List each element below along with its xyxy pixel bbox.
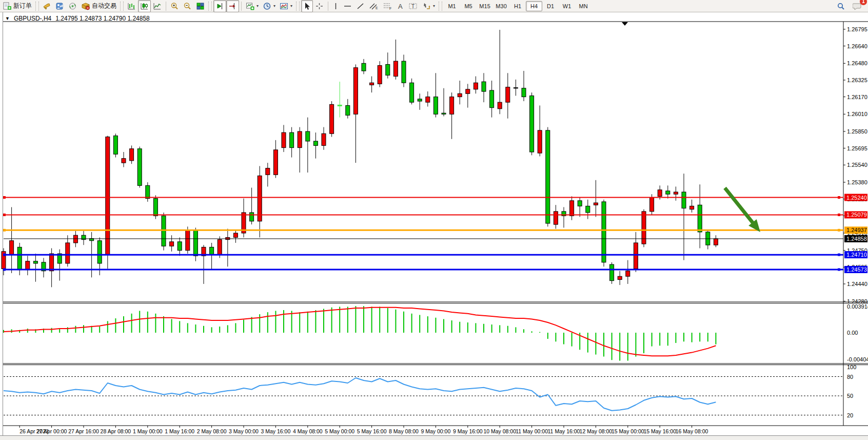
candle-body <box>458 93 462 97</box>
line-handle[interactable] <box>838 196 840 199</box>
horn-button[interactable] <box>41 0 53 12</box>
time-tick-label[interactable]: 27 Apr 00:00 <box>36 428 67 434</box>
candle-body <box>433 97 438 114</box>
toolbar-grip <box>208 2 212 11</box>
line-handle[interactable] <box>3 254 6 256</box>
new-chart-button[interactable]: ▾ <box>244 0 261 12</box>
time-tick-label[interactable]: 15 May 16:00 <box>643 428 676 434</box>
timeframe-M5[interactable]: M5 <box>460 1 477 11</box>
zoom-in-button[interactable] <box>168 0 181 12</box>
equidistant-channel-button[interactable]: E <box>367 0 381 12</box>
signals-button[interactable] <box>66 0 79 12</box>
chart-shift-button[interactable] <box>226 0 239 12</box>
autotrading-button[interactable]: 自动交易 <box>79 0 119 12</box>
search-button[interactable] <box>835 0 847 12</box>
timeframe-D1[interactable]: D1 <box>542 1 559 11</box>
line-handle[interactable] <box>3 196 6 199</box>
line-handle[interactable] <box>838 214 840 216</box>
candle-body <box>586 206 590 213</box>
status-strip <box>0 436 868 440</box>
auto-scroll-button[interactable] <box>213 0 226 12</box>
line-chart-button[interactable] <box>151 0 164 12</box>
trendline-button[interactable] <box>354 0 367 12</box>
new-order-button[interactable]: 新订单 <box>1 0 34 12</box>
time-tick-label[interactable]: 9 May 00:00 <box>421 428 451 434</box>
timeframe-H4[interactable]: H4 <box>526 1 542 11</box>
svg-text:E: E <box>376 6 378 10</box>
time-tick-label[interactable]: 1 May 16:00 <box>165 428 194 434</box>
vertical-line-button[interactable] <box>330 0 341 12</box>
time-tick-label[interactable]: 1 May 00:00 <box>133 428 163 434</box>
candle-body <box>313 141 318 145</box>
time-tick-label[interactable]: 16 May 08:00 <box>676 428 708 434</box>
timeframe-M15[interactable]: M15 <box>477 1 493 11</box>
arrows-button[interactable]: ▾ <box>420 0 437 12</box>
fibonacci-button[interactable]: F <box>381 0 394 12</box>
timeframe-W1[interactable]: W1 <box>559 1 575 11</box>
time-tick-label[interactable]: 3 May 00:00 <box>229 428 259 434</box>
timeframe-M1[interactable]: M1 <box>444 1 460 11</box>
bar-chart-button[interactable] <box>125 0 138 12</box>
time-tick-label[interactable]: 4 May 08:00 <box>293 428 323 434</box>
candle-body <box>322 133 326 145</box>
svg-text:F: F <box>389 7 391 10</box>
candle-body <box>282 132 286 147</box>
chevron-down-icon: ▾ <box>433 4 435 8</box>
price-label-text: 1.25079 <box>846 212 867 218</box>
candle-body <box>554 212 558 224</box>
line-handle[interactable] <box>838 268 840 271</box>
template-button[interactable]: ▾ <box>278 0 294 12</box>
candle-body <box>113 136 117 154</box>
time-tick-label[interactable]: 9 May 16:00 <box>453 428 483 434</box>
chat-button[interactable]: 1 <box>851 0 864 12</box>
time-tick-label[interactable]: 28 Apr 08:00 <box>101 428 131 434</box>
time-tick-label[interactable]: 27 Apr 16:00 <box>68 428 99 434</box>
mt4-terminal: 新订单 <box>0 0 868 440</box>
time-tick-label[interactable]: 5 May 16:00 <box>357 428 387 434</box>
autotrading-label: 自动交易 <box>92 2 116 10</box>
text-button[interactable]: A <box>394 0 406 12</box>
tile-windows-button[interactable] <box>194 0 207 12</box>
text-label-button[interactable]: T <box>406 0 420 12</box>
rsi-axis-label: 100 <box>847 364 856 370</box>
candle-body <box>66 243 70 263</box>
timeframe-M30[interactable]: M30 <box>493 1 509 11</box>
horizontal-line-button[interactable] <box>341 0 354 12</box>
price-tick-label: 1.26325 <box>847 77 867 83</box>
cursor-button[interactable] <box>301 0 313 12</box>
macd-axis-label: 0.00 <box>847 330 858 336</box>
zoom-out-button[interactable] <box>181 0 194 12</box>
time-tick-label[interactable]: 11 May 00:00 <box>516 428 548 434</box>
candle-body <box>570 201 574 216</box>
time-tick-label[interactable]: 3 May 16:00 <box>261 428 291 434</box>
candle-body <box>482 82 486 91</box>
time-tick-label[interactable]: 10 May 08:00 <box>483 428 516 434</box>
candle-body <box>386 64 390 75</box>
line-handle[interactable] <box>3 229 6 232</box>
time-tick-label[interactable]: 11 May 16:00 <box>548 428 580 434</box>
line-handle[interactable] <box>3 268 6 271</box>
market-profile-button[interactable] <box>53 0 66 12</box>
chart-period-button[interactable]: ▾ <box>261 0 278 12</box>
candle-body <box>170 242 174 246</box>
line-handle[interactable] <box>838 229 840 232</box>
candle-body <box>338 105 342 106</box>
time-tick-label[interactable]: 8 May 08:00 <box>389 428 419 434</box>
candle-body <box>306 131 310 141</box>
time-tick-label[interactable]: 5 May 00:00 <box>325 428 354 434</box>
price-tick-label: 1.25380 <box>847 179 867 185</box>
timeframe-H1[interactable]: H1 <box>509 1 526 11</box>
time-tick-label[interactable]: 2 May 08:00 <box>197 428 227 434</box>
time-tick-label[interactable]: 12 May 08:00 <box>580 428 613 434</box>
candle-body <box>698 205 702 232</box>
candle-body <box>346 105 350 115</box>
time-tick-label[interactable]: 15 May 00:00 <box>611 428 644 434</box>
crosshair-button[interactable] <box>313 0 326 12</box>
candle-body <box>378 66 382 84</box>
candle-body <box>642 212 646 244</box>
line-handle[interactable] <box>3 214 6 216</box>
timeframe-MN[interactable]: MN <box>575 1 591 11</box>
candle-body <box>122 159 126 163</box>
line-handle[interactable] <box>838 254 840 256</box>
candlestick-chart-button[interactable] <box>138 0 151 12</box>
